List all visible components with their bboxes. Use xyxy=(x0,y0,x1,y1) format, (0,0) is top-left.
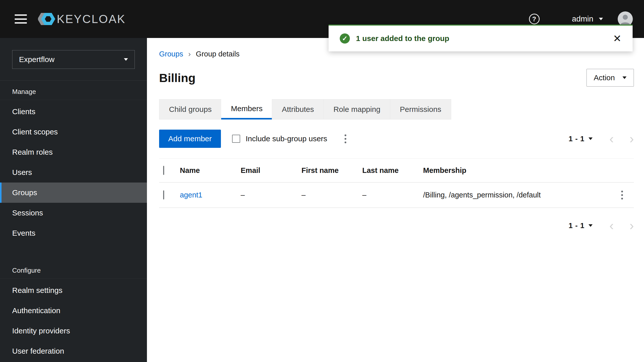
table-header-row: Name Email First name Last name Membersh… xyxy=(159,159,634,183)
tabs: Child groups Members Attributes Role map… xyxy=(159,99,634,119)
sidebar: Expertflow Manage Clients Client scopes … xyxy=(0,38,147,362)
nav-section-manage: Manage Clients Client scopes Realm roles… xyxy=(0,81,147,243)
member-name-link[interactable]: agent1 xyxy=(180,191,202,199)
row-checkbox[interactable] xyxy=(163,190,164,199)
page-title: Billing xyxy=(159,71,196,85)
tab-child-groups[interactable]: Child groups xyxy=(159,99,221,119)
sidebar-item-realm-settings[interactable]: Realm settings xyxy=(0,280,147,300)
member-last-name: – xyxy=(358,183,419,208)
member-first-name: – xyxy=(297,183,358,208)
sidebar-item-user-federation[interactable]: User federation xyxy=(0,341,147,361)
member-email: – xyxy=(237,183,297,208)
realm-selector-wrap: Expertflow xyxy=(0,38,147,81)
action-button-label: Action xyxy=(594,73,615,82)
previous-page-icon[interactable]: ‹ xyxy=(609,132,614,145)
next-page-icon[interactable]: › xyxy=(630,219,634,232)
pagination-bottom: 1 - 1 ‹ › xyxy=(569,219,634,232)
pagination-options-icon[interactable] xyxy=(589,137,593,140)
add-member-button[interactable]: Add member xyxy=(159,130,221,148)
sidebar-item-identity-providers[interactable]: Identity providers xyxy=(0,321,147,341)
column-header-first-name: First name xyxy=(297,159,358,183)
nav-section-title: Configure xyxy=(0,262,147,279)
sidebar-item-events[interactable]: Events xyxy=(0,223,147,243)
sidebar-item-authentication[interactable]: Authentication xyxy=(0,300,147,321)
username: admin xyxy=(572,14,593,24)
column-header-membership: Membership xyxy=(419,159,615,183)
sidebar-item-sessions[interactable]: Sessions xyxy=(0,203,147,223)
pagination-range: 1 - 1 xyxy=(569,135,584,143)
member-membership: /Billing, /agents_permission, /default xyxy=(419,183,615,208)
tab-permissions[interactable]: Permissions xyxy=(390,99,451,119)
pagination-top: 1 - 1 ‹ › xyxy=(569,132,634,145)
tab-members[interactable]: Members xyxy=(221,99,272,119)
toast-close-icon[interactable]: ✕ xyxy=(613,33,621,44)
sidebar-item-client-scopes[interactable]: Client scopes xyxy=(0,122,147,142)
nav-section-configure: Configure Realm settings Authentication … xyxy=(0,259,147,361)
user-menu[interactable]: admin xyxy=(572,14,603,24)
tab-role-mapping[interactable]: Role mapping xyxy=(324,99,390,119)
breadcrumb-groups-link[interactable]: Groups xyxy=(159,50,183,58)
brand-text: KEYCLOAK xyxy=(57,12,126,26)
next-page-icon[interactable]: › xyxy=(630,132,634,145)
previous-page-icon[interactable]: ‹ xyxy=(609,219,614,232)
column-header-last-name: Last name xyxy=(358,159,419,183)
column-header-email: Email xyxy=(237,159,297,183)
chevron-down-icon xyxy=(622,76,627,79)
pagination-range: 1 - 1 xyxy=(569,222,584,230)
toolbar-kebab-icon[interactable] xyxy=(341,132,350,146)
column-header-name: Name xyxy=(176,159,237,183)
include-subgroups-label: Include sub-group users xyxy=(246,134,327,143)
hamburger-menu-icon[interactable] xyxy=(15,14,27,24)
select-all-checkbox[interactable] xyxy=(163,166,164,175)
avatar[interactable] xyxy=(618,11,633,27)
keycloak-logo: KEYCLOAK xyxy=(38,11,126,27)
keycloak-hexagon-icon xyxy=(38,11,56,27)
action-dropdown-button[interactable]: Action xyxy=(586,69,634,87)
table-row: agent1 – – – /Billing, /agents_permissio… xyxy=(159,183,634,208)
sidebar-item-clients[interactable]: Clients xyxy=(0,102,147,122)
breadcrumb-separator-icon: › xyxy=(188,50,191,58)
realm-selector[interactable]: Expertflow xyxy=(12,50,135,69)
sidebar-item-groups[interactable]: Groups xyxy=(0,183,147,203)
pagination-options-icon[interactable] xyxy=(589,224,593,227)
user-avatar-icon xyxy=(618,11,633,27)
members-toolbar: Add member Include sub-group users 1 - 1… xyxy=(159,130,634,148)
chevron-down-icon xyxy=(599,18,603,20)
realm-name: Expertflow xyxy=(19,55,54,64)
main-content: Groups › Group details Billing Action Ch… xyxy=(147,38,644,362)
success-check-icon: ✓ xyxy=(340,33,350,44)
include-subgroups-checkbox[interactable] xyxy=(232,135,240,143)
help-icon[interactable]: ? xyxy=(529,14,540,24)
members-table: Name Email First name Last name Membersh… xyxy=(159,158,634,208)
tab-attributes[interactable]: Attributes xyxy=(272,99,324,119)
sidebar-item-realm-roles[interactable]: Realm roles xyxy=(0,142,147,162)
success-toast: ✓ 1 user added to the group ✕ xyxy=(329,25,633,51)
sidebar-item-users[interactable]: Users xyxy=(0,162,147,183)
chevron-down-icon xyxy=(124,58,128,61)
breadcrumb-current: Group details xyxy=(196,50,240,58)
nav-section-title: Manage xyxy=(0,83,147,100)
toast-message: 1 user added to the group xyxy=(356,34,449,43)
row-kebab-icon[interactable] xyxy=(619,189,626,201)
